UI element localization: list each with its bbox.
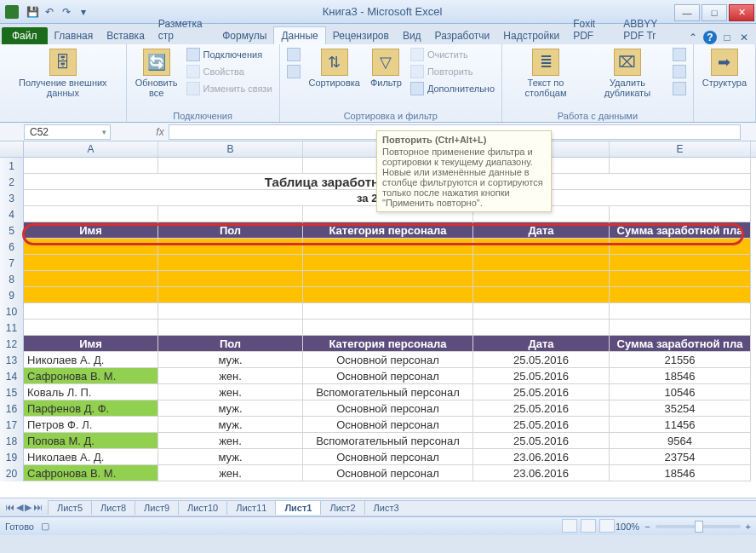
cell[interactable] (24, 206, 158, 222)
zoom-level[interactable]: 100% (616, 521, 639, 532)
redo-icon[interactable]: ↷ (60, 5, 73, 19)
cell[interactable]: 11456 (610, 417, 751, 433)
cell[interactable]: 25.05.2016 (473, 368, 610, 384)
cell[interactable] (24, 287, 158, 303)
sort-button[interactable]: ⇅ Сортировка (306, 47, 364, 89)
cell[interactable]: Коваль Л. П. (24, 384, 158, 400)
cell[interactable]: 21556 (610, 352, 751, 368)
cell[interactable] (158, 255, 303, 271)
sheet-tab[interactable]: Лист2 (320, 500, 364, 515)
cell[interactable]: 9564 (610, 433, 751, 449)
connections-button[interactable]: Подключения (185, 47, 274, 62)
cell[interactable]: Сафронова В. М. (24, 465, 158, 481)
cell[interactable]: жен. (158, 465, 303, 481)
select-all-corner[interactable] (0, 141, 24, 157)
row-header[interactable]: 10 (0, 303, 24, 320)
cell[interactable] (158, 239, 303, 255)
cell[interactable]: Дата (473, 336, 610, 352)
cell[interactable] (610, 239, 751, 255)
row-header[interactable]: 9 (0, 287, 24, 303)
horizontal-scrollbar[interactable] (408, 500, 756, 515)
tab-вставка[interactable]: Вставка (100, 27, 152, 44)
file-tab[interactable]: Файл (2, 27, 48, 44)
cell[interactable] (610, 271, 751, 287)
cell[interactable]: Категория персонала (303, 336, 473, 352)
row-header[interactable]: 8 (0, 271, 24, 287)
cell[interactable]: 25.05.2016 (473, 384, 610, 400)
close-button[interactable]: ✕ (729, 4, 754, 21)
row-header[interactable]: 12 (0, 336, 24, 352)
row-header[interactable]: 16 (0, 400, 24, 417)
row-header[interactable]: 11 (0, 320, 24, 336)
zoom-out-button[interactable]: − (644, 521, 650, 532)
sheet-tab[interactable]: Лист5 (48, 500, 92, 515)
cell[interactable]: 25.05.2016 (473, 400, 610, 417)
cell[interactable]: Вспомогательный персонал (303, 384, 473, 400)
cell[interactable]: жен. (158, 368, 303, 384)
tab-рецензиров[interactable]: Рецензиров (326, 27, 396, 44)
cell[interactable]: Петров Ф. Л. (24, 417, 158, 433)
cell[interactable] (158, 320, 303, 336)
sheet-tab[interactable]: Лист9 (135, 500, 179, 515)
cell[interactable] (158, 287, 303, 303)
name-box[interactable]: C52 (24, 124, 111, 140)
fx-icon[interactable]: fx (152, 126, 169, 138)
tab-данные[interactable]: Данные (273, 26, 325, 44)
page-break-button[interactable] (599, 519, 615, 533)
outline-button[interactable]: ➡ Структура (699, 47, 750, 89)
cell[interactable]: Сафронова В. М. (24, 368, 158, 384)
cell[interactable]: Николаев А. Д. (24, 352, 158, 368)
data-validation-button[interactable] (671, 47, 688, 62)
row-header[interactable]: 19 (0, 449, 24, 465)
cell[interactable] (473, 239, 610, 255)
cell[interactable]: Пол (158, 336, 303, 352)
col-header-a[interactable]: A (24, 141, 158, 157)
col-header-b[interactable]: B (158, 141, 303, 157)
cell[interactable]: Основной персонал (303, 417, 473, 433)
cell[interactable] (473, 320, 610, 336)
consolidate-button[interactable] (671, 64, 688, 79)
get-external-data-button[interactable]: 🗄 Получение внешних данных (5, 47, 121, 100)
page-layout-button[interactable] (581, 519, 596, 533)
sort-az-button[interactable] (285, 47, 302, 62)
cell[interactable]: 23.06.2016 (473, 465, 610, 481)
cell[interactable] (473, 287, 610, 303)
zoom-in-button[interactable]: + (746, 521, 751, 532)
cell[interactable] (24, 303, 158, 320)
remove-duplicates-button[interactable]: ⌧ Удалить дубликаты (587, 47, 667, 100)
cell[interactable]: 25.05.2016 (473, 417, 610, 433)
zoom-slider[interactable] (656, 525, 741, 528)
cell[interactable] (610, 320, 751, 336)
cell[interactable]: Сумма заработной пла (610, 222, 751, 239)
cell[interactable]: Пол (158, 222, 303, 239)
row-header[interactable]: 20 (0, 465, 24, 481)
cell[interactable]: Попова М. Д. (24, 433, 158, 449)
cell[interactable]: жен. (158, 384, 303, 400)
cell[interactable] (610, 206, 751, 222)
sheet-tab[interactable]: Лист11 (226, 500, 276, 515)
last-sheet-icon[interactable]: ⏭ (33, 502, 43, 513)
sheet-tab[interactable]: Лист1 (275, 500, 321, 515)
cell[interactable]: Основной персонал (303, 400, 473, 417)
cell[interactable]: 18546 (610, 465, 751, 481)
cell[interactable]: 25.05.2016 (473, 352, 610, 368)
cell[interactable] (303, 239, 473, 255)
cell[interactable] (610, 158, 751, 174)
cell[interactable] (473, 271, 610, 287)
cell[interactable]: 25.05.2016 (473, 433, 610, 449)
qat-more-icon[interactable]: ▾ (77, 5, 90, 19)
row-header[interactable]: 17 (0, 417, 24, 433)
tab-abbyy pdf tr[interactable]: ABBYY PDF Tr (616, 15, 686, 44)
prev-sheet-icon[interactable]: ◀ (16, 502, 23, 513)
row-header[interactable]: 5 (0, 222, 24, 239)
cell[interactable]: 35254 (610, 400, 751, 417)
filter-button[interactable]: ▽ Фильтр (367, 47, 405, 89)
window-restore-icon[interactable]: □ (720, 31, 734, 44)
row-header[interactable]: 13 (0, 352, 24, 368)
workbook-close-icon[interactable]: ✕ (737, 31, 751, 44)
cell[interactable] (24, 255, 158, 271)
cell[interactable] (24, 239, 158, 255)
text-to-columns-button[interactable]: ≣ Текст по столбцам (507, 47, 584, 100)
row-header[interactable]: 4 (0, 206, 24, 222)
sheet-tab[interactable]: Лист8 (91, 500, 135, 515)
